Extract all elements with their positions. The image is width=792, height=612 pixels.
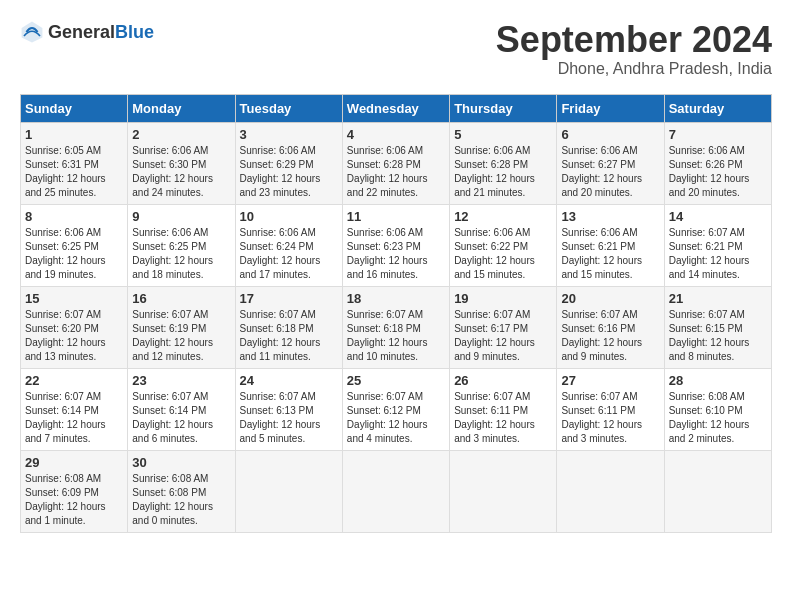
- daylight-minutes: and 14 minutes.: [669, 269, 740, 280]
- calendar-cell-3-1: 23 Sunrise: 6:07 AM Sunset: 6:14 PM Dayl…: [128, 368, 235, 450]
- day-info: Sunrise: 6:06 AM Sunset: 6:22 PM Dayligh…: [454, 226, 552, 282]
- header-friday: Friday: [557, 94, 664, 122]
- sunset-label: Sunset: 6:19 PM: [132, 323, 206, 334]
- sunset-label: Sunset: 6:25 PM: [25, 241, 99, 252]
- daylight-label: Daylight: 12 hours: [454, 337, 535, 348]
- daylight-minutes: and 1 minute.: [25, 515, 86, 526]
- sunset-label: Sunset: 6:26 PM: [669, 159, 743, 170]
- day-number: 4: [347, 127, 445, 142]
- sunrise-label: Sunrise: 6:07 AM: [25, 391, 101, 402]
- daylight-label: Daylight: 12 hours: [347, 337, 428, 348]
- daylight-minutes: and 9 minutes.: [561, 351, 627, 362]
- daylight-minutes: and 23 minutes.: [240, 187, 311, 198]
- daylight-minutes: and 6 minutes.: [132, 433, 198, 444]
- day-number: 27: [561, 373, 659, 388]
- sunrise-label: Sunrise: 6:07 AM: [240, 391, 316, 402]
- calendar-cell-4-4: [450, 450, 557, 532]
- week-row-4: 22 Sunrise: 6:07 AM Sunset: 6:14 PM Dayl…: [21, 368, 772, 450]
- calendar-cell-4-1: 30 Sunrise: 6:08 AM Sunset: 6:08 PM Dayl…: [128, 450, 235, 532]
- calendar-cell-1-1: 9 Sunrise: 6:06 AM Sunset: 6:25 PM Dayli…: [128, 204, 235, 286]
- day-number: 29: [25, 455, 123, 470]
- day-number: 20: [561, 291, 659, 306]
- calendar-cell-1-4: 12 Sunrise: 6:06 AM Sunset: 6:22 PM Dayl…: [450, 204, 557, 286]
- calendar-cell-1-5: 13 Sunrise: 6:06 AM Sunset: 6:21 PM Dayl…: [557, 204, 664, 286]
- daylight-minutes: and 4 minutes.: [347, 433, 413, 444]
- calendar-cell-0-5: 6 Sunrise: 6:06 AM Sunset: 6:27 PM Dayli…: [557, 122, 664, 204]
- sunrise-label: Sunrise: 6:08 AM: [25, 473, 101, 484]
- day-number: 9: [132, 209, 230, 224]
- sunset-label: Sunset: 6:11 PM: [561, 405, 635, 416]
- daylight-label: Daylight: 12 hours: [132, 173, 213, 184]
- sunrise-label: Sunrise: 6:07 AM: [669, 309, 745, 320]
- sunrise-label: Sunrise: 6:07 AM: [347, 309, 423, 320]
- day-number: 8: [25, 209, 123, 224]
- sunset-label: Sunset: 6:20 PM: [25, 323, 99, 334]
- daylight-minutes: and 12 minutes.: [132, 351, 203, 362]
- day-info: Sunrise: 6:06 AM Sunset: 6:25 PM Dayligh…: [132, 226, 230, 282]
- daylight-label: Daylight: 12 hours: [132, 255, 213, 266]
- calendar-cell-4-0: 29 Sunrise: 6:08 AM Sunset: 6:09 PM Dayl…: [21, 450, 128, 532]
- sunrise-label: Sunrise: 6:06 AM: [669, 145, 745, 156]
- day-number: 6: [561, 127, 659, 142]
- header-sunday: Sunday: [21, 94, 128, 122]
- sunrise-label: Sunrise: 6:06 AM: [25, 227, 101, 238]
- daylight-label: Daylight: 12 hours: [25, 337, 106, 348]
- calendar-cell-1-6: 14 Sunrise: 6:07 AM Sunset: 6:21 PM Dayl…: [664, 204, 771, 286]
- sunrise-label: Sunrise: 6:06 AM: [561, 227, 637, 238]
- daylight-label: Daylight: 12 hours: [347, 173, 428, 184]
- day-number: 10: [240, 209, 338, 224]
- sunrise-label: Sunrise: 6:07 AM: [561, 391, 637, 402]
- calendar-cell-3-0: 22 Sunrise: 6:07 AM Sunset: 6:14 PM Dayl…: [21, 368, 128, 450]
- calendar-cell-3-2: 24 Sunrise: 6:07 AM Sunset: 6:13 PM Dayl…: [235, 368, 342, 450]
- daylight-minutes: and 25 minutes.: [25, 187, 96, 198]
- header-saturday: Saturday: [664, 94, 771, 122]
- sunset-label: Sunset: 6:28 PM: [347, 159, 421, 170]
- logo-general: General: [48, 22, 115, 42]
- calendar-cell-0-6: 7 Sunrise: 6:06 AM Sunset: 6:26 PM Dayli…: [664, 122, 771, 204]
- day-number: 19: [454, 291, 552, 306]
- daylight-label: Daylight: 12 hours: [347, 255, 428, 266]
- day-info: Sunrise: 6:07 AM Sunset: 6:16 PM Dayligh…: [561, 308, 659, 364]
- daylight-label: Daylight: 12 hours: [561, 173, 642, 184]
- month-year: September 2024: [496, 20, 772, 60]
- calendar-cell-0-1: 2 Sunrise: 6:06 AM Sunset: 6:30 PM Dayli…: [128, 122, 235, 204]
- calendar-cell-1-3: 11 Sunrise: 6:06 AM Sunset: 6:23 PM Dayl…: [342, 204, 449, 286]
- daylight-minutes: and 9 minutes.: [454, 351, 520, 362]
- week-row-2: 8 Sunrise: 6:06 AM Sunset: 6:25 PM Dayli…: [21, 204, 772, 286]
- day-info: Sunrise: 6:07 AM Sunset: 6:21 PM Dayligh…: [669, 226, 767, 282]
- logo-icon: [20, 20, 44, 44]
- header-monday: Monday: [128, 94, 235, 122]
- day-info: Sunrise: 6:06 AM Sunset: 6:21 PM Dayligh…: [561, 226, 659, 282]
- sunset-label: Sunset: 6:28 PM: [454, 159, 528, 170]
- header-row: Sunday Monday Tuesday Wednesday Thursday…: [21, 94, 772, 122]
- calendar-cell-0-0: 1 Sunrise: 6:05 AM Sunset: 6:31 PM Dayli…: [21, 122, 128, 204]
- daylight-minutes: and 20 minutes.: [669, 187, 740, 198]
- sunrise-label: Sunrise: 6:06 AM: [347, 145, 423, 156]
- daylight-minutes: and 21 minutes.: [454, 187, 525, 198]
- day-info: Sunrise: 6:05 AM Sunset: 6:31 PM Dayligh…: [25, 144, 123, 200]
- sunrise-label: Sunrise: 6:05 AM: [25, 145, 101, 156]
- sunset-label: Sunset: 6:21 PM: [561, 241, 635, 252]
- sunset-label: Sunset: 6:29 PM: [240, 159, 314, 170]
- header-thursday: Thursday: [450, 94, 557, 122]
- sunrise-label: Sunrise: 6:07 AM: [240, 309, 316, 320]
- day-info: Sunrise: 6:07 AM Sunset: 6:12 PM Dayligh…: [347, 390, 445, 446]
- day-number: 5: [454, 127, 552, 142]
- day-info: Sunrise: 6:08 AM Sunset: 6:10 PM Dayligh…: [669, 390, 767, 446]
- logo-blue: Blue: [115, 22, 154, 42]
- daylight-minutes: and 7 minutes.: [25, 433, 91, 444]
- daylight-minutes: and 20 minutes.: [561, 187, 632, 198]
- daylight-minutes: and 16 minutes.: [347, 269, 418, 280]
- calendar-cell-1-0: 8 Sunrise: 6:06 AM Sunset: 6:25 PM Dayli…: [21, 204, 128, 286]
- daylight-label: Daylight: 12 hours: [132, 419, 213, 430]
- daylight-label: Daylight: 12 hours: [347, 419, 428, 430]
- daylight-minutes: and 11 minutes.: [240, 351, 311, 362]
- day-info: Sunrise: 6:06 AM Sunset: 6:25 PM Dayligh…: [25, 226, 123, 282]
- sunset-label: Sunset: 6:21 PM: [669, 241, 743, 252]
- sunset-label: Sunset: 6:08 PM: [132, 487, 206, 498]
- calendar-cell-3-6: 28 Sunrise: 6:08 AM Sunset: 6:10 PM Dayl…: [664, 368, 771, 450]
- title-section: September 2024 Dhone, Andhra Pradesh, In…: [496, 20, 772, 78]
- sunrise-label: Sunrise: 6:06 AM: [454, 145, 530, 156]
- daylight-minutes: and 19 minutes.: [25, 269, 96, 280]
- sunrise-label: Sunrise: 6:06 AM: [132, 145, 208, 156]
